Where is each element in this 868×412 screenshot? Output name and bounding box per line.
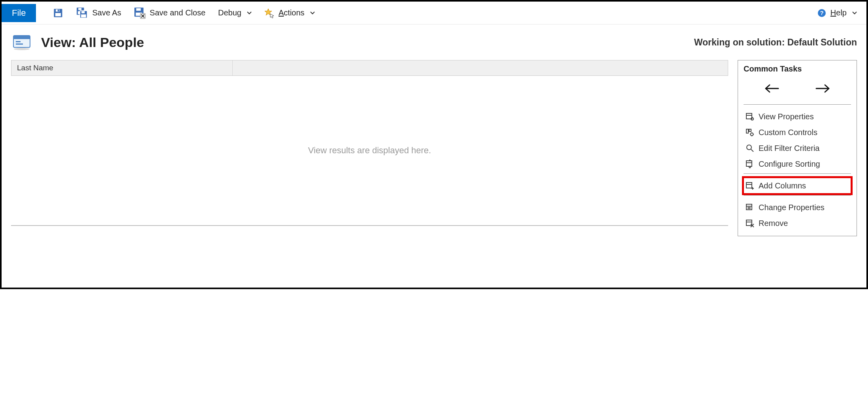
grid-header: Last Name — [11, 60, 728, 76]
task-change-properties[interactable]: Change Properties — [744, 199, 851, 215]
svg-rect-12 — [136, 8, 141, 10]
task-view-properties[interactable]: View Properties — [744, 109, 851, 124]
grid-body: View results are displayed here. — [11, 76, 728, 226]
chevron-down-icon — [310, 11, 315, 15]
task-label: View Properties — [759, 112, 814, 121]
help-icon: ? — [817, 8, 827, 18]
svg-rect-20 — [13, 36, 30, 39]
star-cursor-icon — [264, 8, 275, 18]
save-icon — [53, 8, 64, 19]
help-label: Help — [830, 8, 847, 17]
sorting-icon — [745, 159, 755, 169]
page-title: View: All People — [41, 35, 144, 50]
file-menu-button[interactable]: File — [2, 4, 36, 22]
nav-forward-button[interactable] — [813, 81, 832, 96]
view-entity-icon — [11, 32, 32, 53]
add-columns-icon — [745, 181, 755, 190]
grid-placeholder: View results are displayed here. — [308, 145, 431, 156]
column-header-last-name[interactable]: Last Name — [11, 60, 233, 75]
arrow-right-icon — [815, 84, 830, 93]
help-menu[interactable]: ? Help — [817, 8, 857, 18]
svg-rect-28 — [746, 129, 748, 133]
task-configure-sorting[interactable]: Configure Sorting — [744, 156, 851, 172]
svg-rect-21 — [16, 41, 21, 42]
column-header-empty[interactable] — [233, 60, 728, 75]
debug-menu[interactable]: Debug — [218, 8, 252, 17]
svg-rect-6 — [79, 8, 82, 10]
task-add-columns[interactable]: Add Columns — [744, 178, 851, 194]
task-label: Custom Controls — [759, 128, 817, 137]
arrow-left-icon — [764, 84, 780, 93]
actions-menu[interactable]: Actions — [264, 8, 315, 18]
svg-rect-3 — [58, 9, 59, 11]
view-grid-panel: Last Name View results are displayed her… — [11, 60, 728, 226]
task-label: Edit Filter Criteria — [759, 144, 819, 153]
task-label: Change Properties — [759, 203, 825, 212]
save-and-close-label: Save and Close — [150, 8, 205, 17]
svg-point-30 — [751, 133, 753, 136]
svg-text:?: ? — [820, 9, 823, 16]
svg-rect-22 — [16, 43, 23, 45]
task-remove[interactable]: Remove — [744, 215, 851, 231]
svg-rect-35 — [746, 182, 752, 188]
task-custom-controls[interactable]: Custom Controls — [744, 124, 851, 140]
svg-rect-33 — [746, 161, 752, 166]
chevron-down-icon — [247, 11, 252, 15]
task-label: Configure Sorting — [759, 160, 820, 169]
custom-controls-icon — [745, 128, 755, 137]
file-label: File — [12, 8, 26, 18]
common-tasks-panel: Common Tasks — [738, 60, 857, 236]
save-as-icon — [76, 7, 88, 19]
working-on-solution: Working on solution: Default Solution — [694, 37, 857, 48]
save-button[interactable] — [53, 8, 64, 19]
task-edit-filter-criteria[interactable]: Edit Filter Criteria — [744, 140, 851, 156]
tasks-heading: Common Tasks — [744, 64, 851, 76]
save-as-button[interactable]: Save As — [76, 7, 121, 19]
nav-back-button[interactable] — [763, 81, 781, 96]
chevron-down-icon — [852, 11, 857, 15]
debug-label: Debug — [218, 8, 241, 17]
svg-rect-9 — [82, 11, 85, 13]
save-and-close-icon — [134, 7, 146, 19]
svg-line-32 — [751, 149, 753, 152]
view-properties-icon — [745, 112, 755, 121]
save-and-close-button[interactable]: Save and Close — [134, 7, 205, 19]
save-as-label: Save As — [92, 8, 121, 17]
change-properties-icon — [745, 203, 755, 212]
filter-icon — [745, 143, 755, 153]
svg-rect-29 — [749, 129, 751, 132]
title-row: View: All People Working on solution: De… — [11, 32, 857, 53]
svg-rect-1 — [55, 13, 61, 16]
svg-point-31 — [747, 145, 751, 150]
actions-label: Actions — [279, 8, 305, 17]
task-label: Remove — [759, 219, 788, 228]
svg-point-23 — [14, 48, 30, 50]
toolbar: File — [2, 2, 866, 24]
remove-icon — [745, 218, 755, 228]
svg-rect-8 — [81, 14, 87, 17]
task-label: Add Columns — [759, 181, 806, 190]
